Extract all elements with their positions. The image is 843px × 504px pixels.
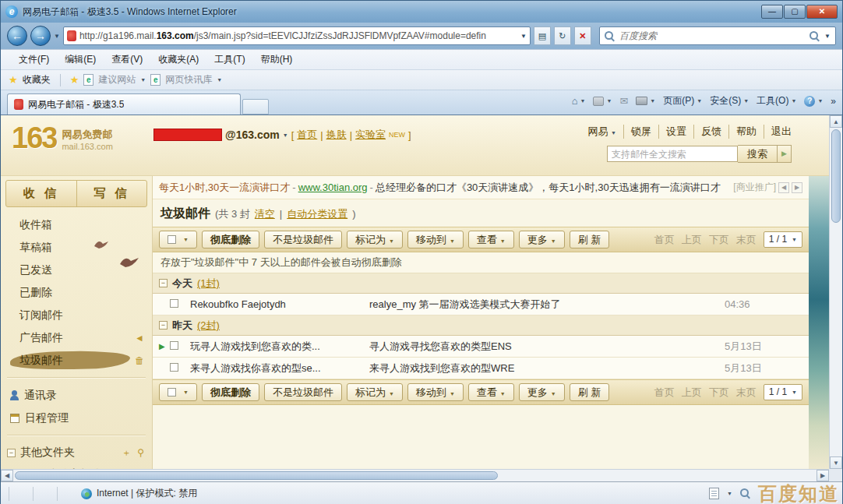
- last-page-link[interactable]: 末页: [736, 233, 757, 247]
- delete-forever-button[interactable]: 彻底删除: [202, 383, 259, 401]
- favorites-button[interactable]: 收藏夹: [23, 73, 51, 86]
- print-dropdown-icon[interactable]: ▼: [650, 98, 655, 104]
- mail-row[interactable]: ▶ 玩寻人游戏找到您喜欢的类... 寻人游戏寻找您喜欢的类型ENS 5月13日: [153, 336, 809, 358]
- history-dropdown-icon[interactable]: ▼: [54, 33, 60, 40]
- receive-mail-button[interactable]: 收 信: [6, 181, 77, 206]
- home-dropdown-icon[interactable]: ▼: [580, 98, 586, 104]
- view-button[interactable]: 查看▼: [468, 383, 514, 401]
- sidebar-item-spam[interactable]: 垃圾邮件🗑: [1, 349, 152, 372]
- back-button[interactable]: ←: [7, 26, 27, 46]
- help-menu-button[interactable]: ?▼: [804, 96, 823, 107]
- home-link[interactable]: 首页: [297, 128, 317, 142]
- checkbox-icon[interactable]: [170, 341, 178, 350]
- scroll-track[interactable]: [830, 224, 842, 456]
- address-dropdown-icon[interactable]: ▼: [520, 33, 527, 40]
- sidebar-item-yahoo-folder[interactable]: 发往雅虎邮件..: [1, 463, 152, 469]
- refresh-list-button[interactable]: 刷 新: [570, 231, 610, 248]
- checkbox-cell[interactable]: [170, 298, 190, 310]
- logout-link[interactable]: 退出: [764, 125, 792, 139]
- tab-mail[interactable]: 网易电子邮箱 - 极速3.5: [7, 93, 241, 115]
- mark-as-button[interactable]: 标记为▼: [347, 383, 403, 401]
- horizontal-scroll-thumb[interactable]: [15, 471, 498, 480]
- sidebar-item-ad-mail[interactable]: 广告邮件◄: [1, 326, 152, 349]
- scroll-down-icon[interactable]: ▼: [830, 456, 842, 469]
- mail-sender[interactable]: Rekoubfko Faejotydh: [190, 298, 369, 310]
- select-all-dropdown-button[interactable]: ▼: [159, 383, 197, 401]
- next-page-link[interactable]: 下页: [709, 233, 729, 247]
- mail-subject[interactable]: 寻人游戏寻找您喜欢的类型ENS: [369, 340, 717, 354]
- menu-edit[interactable]: 编辑(E): [58, 51, 103, 69]
- ad-banner[interactable]: 每天1小时,30天一流演讲口才 - www.30tian.org - 总经理必备…: [153, 176, 809, 199]
- stop-button[interactable]: ✕: [574, 26, 591, 45]
- collapse-icon[interactable]: −: [159, 321, 168, 330]
- checkbox-icon[interactable]: [170, 299, 178, 308]
- sidebar-item-drafts[interactable]: 草稿箱: [1, 236, 152, 259]
- mail-subject[interactable]: 来寻人游戏找到您喜欢的型WRE: [369, 361, 717, 375]
- compatibility-view-button[interactable]: ▤: [534, 26, 551, 45]
- select-all-dropdown-button[interactable]: ▼: [159, 231, 197, 248]
- menu-favorites[interactable]: 收藏夹(A): [151, 51, 206, 69]
- scroll-track[interactable]: [499, 470, 817, 481]
- feedback-link[interactable]: 反馈: [694, 125, 729, 139]
- new-tab-button[interactable]: [242, 99, 269, 115]
- first-page-link[interactable]: 首页: [654, 386, 675, 400]
- scroll-up-icon[interactable]: ▲: [830, 115, 842, 128]
- sidebar-item-other-folders[interactable]: − 其他文件夹 ＋ ⚲: [1, 442, 152, 463]
- sidebar-item-schedule[interactable]: 日程管理: [1, 407, 152, 429]
- add-folder-icon[interactable]: ＋: [122, 446, 131, 460]
- last-page-link[interactable]: 末页: [736, 386, 757, 400]
- mail-row[interactable]: 来寻人游戏找你喜欢的型se... 来寻人游戏找到您喜欢的型WRE 5月13日: [153, 358, 809, 379]
- auto-sort-settings-link[interactable]: 自动分类设置: [287, 207, 347, 221]
- sidebar-item-contacts[interactable]: 通讯录: [1, 384, 152, 407]
- mail-subject[interactable]: realye_my 第一届游戏选美模式大赛开始了: [369, 298, 717, 312]
- refresh-list-button[interactable]: 刷 新: [570, 383, 610, 401]
- feeds-button[interactable]: ▼: [593, 97, 612, 106]
- mail-sender[interactable]: 来寻人游戏找你喜欢的型se...: [190, 361, 369, 375]
- search-provider-dropdown-icon[interactable]: ▼: [824, 33, 831, 40]
- lock-screen-link[interactable]: 锁屏: [624, 125, 659, 139]
- not-spam-button[interactable]: 不是垃圾邮件: [264, 231, 342, 248]
- sidebar-item-deleted[interactable]: 已删除: [1, 281, 152, 304]
- web-slices-dropdown-icon[interactable]: ▼: [217, 77, 222, 83]
- forward-button[interactable]: →: [30, 26, 51, 46]
- first-page-link[interactable]: 首页: [654, 233, 675, 247]
- ad-url-link[interactable]: www.30tian.org: [298, 182, 368, 193]
- clear-all-link[interactable]: 清空: [255, 207, 275, 221]
- mail-search-button[interactable]: 搜索: [738, 145, 778, 163]
- minimize-button[interactable]: —: [761, 5, 783, 19]
- safety-menu-button[interactable]: 安全(S)▼: [710, 94, 749, 107]
- scroll-right-icon[interactable]: ▶: [817, 470, 829, 481]
- page-select[interactable]: 1 / 1▼: [764, 231, 802, 248]
- skin-link[interactable]: 换肤: [326, 128, 347, 142]
- more-button[interactable]: 更多▼: [519, 231, 565, 248]
- checkbox-cell[interactable]: [170, 362, 190, 374]
- compose-mail-button[interactable]: 写 信: [77, 181, 147, 206]
- settings-link[interactable]: 设置: [659, 125, 694, 139]
- url-text[interactable]: http://g1a196.mail.163.com/js3/main.jsp?…: [79, 30, 517, 41]
- trash-icon[interactable]: 🗑: [135, 355, 144, 366]
- close-button[interactable]: ✕: [806, 5, 838, 19]
- zoom-dropdown-icon[interactable]: ▼: [727, 491, 732, 496]
- browser-search-input[interactable]: [619, 30, 805, 41]
- read-mail-button[interactable]: ✉: [619, 95, 628, 107]
- sidebar-item-inbox[interactable]: 收件箱: [1, 213, 152, 236]
- checkbox-icon[interactable]: [168, 388, 176, 397]
- checkbox-icon[interactable]: [168, 235, 176, 244]
- mail-row[interactable]: Rekoubfko Faejotydh realye_my 第一届游戏选美模式大…: [153, 294, 809, 315]
- delete-forever-button[interactable]: 彻底删除: [202, 231, 259, 248]
- mail-search-input[interactable]: [607, 146, 738, 162]
- pin-icon[interactable]: ⚲: [137, 447, 144, 458]
- browser-search-box[interactable]: ▼: [599, 26, 836, 45]
- suggested-sites-button[interactable]: 建议网站: [98, 73, 136, 86]
- zoom-magnifier-icon[interactable]: [740, 488, 750, 499]
- address-bar[interactable]: http://g1a196.mail.163.com/js3/main.jsp?…: [63, 26, 531, 45]
- move-to-button[interactable]: 移动到▼: [407, 383, 464, 401]
- mail-search-options-button[interactable]: ▶: [778, 145, 792, 163]
- page-menu-button[interactable]: 页面(P)▼: [663, 94, 702, 107]
- lab-link[interactable]: 实验室: [355, 128, 386, 142]
- page-select[interactable]: 1 / 1▼: [764, 384, 802, 400]
- compatibility-page-icon[interactable]: [709, 488, 719, 499]
- collapse-icon[interactable]: −: [7, 449, 16, 457]
- sidebar-item-subscriptions[interactable]: 订阅邮件: [1, 304, 152, 326]
- prev-page-link[interactable]: 上页: [682, 386, 702, 400]
